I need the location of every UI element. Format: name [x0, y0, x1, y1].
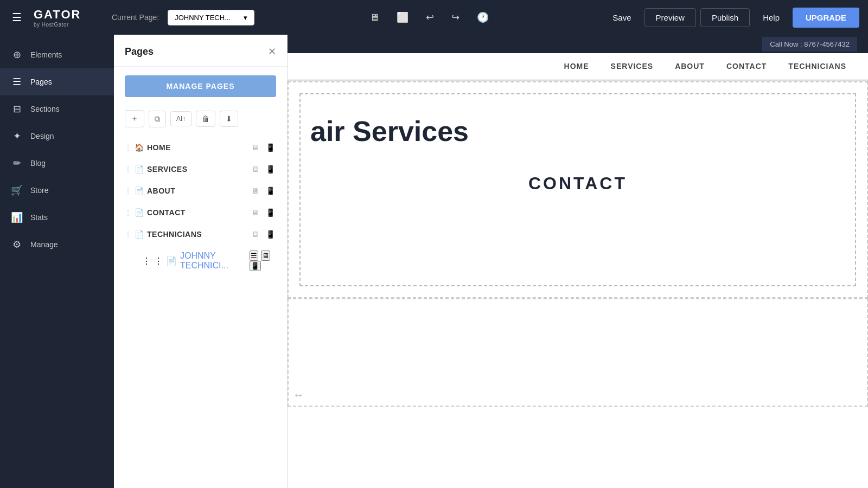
page-name-about: ABOUT — [147, 187, 247, 195]
main-area: ⊕ Elements ☰ Pages ⊟ Sections ✦ Design ✏… — [0, 35, 868, 488]
technicians-desktop-icon[interactable]: 🖥 — [251, 229, 260, 240]
publish-button[interactable]: Publish — [700, 8, 750, 27]
page-item-technicians[interactable]: ⋮ 📄 TECHNICIANS 🖥 📱 — [120, 223, 280, 245]
elements-icon: ⊕ — [11, 49, 23, 61]
site-hero-section: air Services CONTACT — [288, 81, 868, 298]
sidebar-item-manage[interactable]: ⚙ Manage — [0, 231, 114, 258]
manage-pages-button[interactable]: MANAGE PAGES — [125, 75, 276, 97]
pages-panel-close-button[interactable]: ✕ — [268, 46, 276, 57]
canvas-wrapper: Call Now : 8767-4567432 HOME SERVICES AB… — [288, 35, 868, 488]
import-icon: ⬇ — [226, 114, 232, 123]
nav-link-services[interactable]: SERVICES — [611, 62, 654, 70]
johnny-desktop-icon[interactable]: 🖥 — [261, 251, 270, 261]
page-name-home: HOME — [147, 143, 247, 152]
pages-panel-title: Pages — [125, 46, 154, 57]
redo-button[interactable]: ↪ — [447, 9, 464, 25]
call-now-badge: Call Now : 8767-4567432 — [762, 37, 857, 52]
canvas-area: Call Now : 8767-4567432 HOME SERVICES AB… — [288, 35, 868, 488]
desktop-view-button[interactable]: 🖥 — [365, 10, 384, 25]
nav-link-technicians[interactable]: TECHNICIANS — [788, 62, 846, 70]
nav-link-about[interactable]: ABOUT — [675, 62, 705, 70]
page-item-services[interactable]: ⋮ 📄 SERVICES 🖥 📱 — [120, 158, 280, 180]
drag-handle-about[interactable]: ⋮ — [125, 187, 131, 195]
manage-icon: ⚙ — [11, 239, 23, 251]
page-name-services: SERVICES — [147, 165, 247, 174]
page-list: ⋮ 🏠 HOME 🖥 📱 ⋮ 📄 SERVICES 🖥 📱 — [114, 137, 287, 488]
johnny-mobile-icon[interactable]: 📱 — [250, 261, 261, 271]
sidebar-item-elements[interactable]: ⊕ Elements — [0, 41, 114, 68]
subpage-item-johnny-row[interactable]: ⋮ ⋮ 📄 JOHNNY TECHNICI... ☰ 🖥 📱 — [136, 245, 280, 277]
home-mobile-icon[interactable]: 📱 — [265, 142, 276, 153]
sidebar-label-sections: Sections — [30, 105, 60, 113]
undo-button[interactable]: ↩ — [422, 9, 438, 25]
ai-page-button[interactable]: AI↑ — [170, 111, 192, 126]
hero-title: air Services — [310, 115, 845, 147]
duplicate-page-button[interactable]: ⧉ — [149, 111, 166, 127]
nav-link-home[interactable]: HOME — [564, 62, 589, 70]
sidebar-item-store[interactable]: 🛒 Store — [0, 177, 114, 204]
upgrade-button[interactable]: UPGRADE — [793, 8, 859, 28]
page-item-contact[interactable]: ⋮ 📄 CONTACT 🖥 📱 — [120, 202, 280, 223]
sidebar-label-elements: Elements — [30, 50, 62, 59]
help-button[interactable]: Help — [754, 9, 788, 27]
add-page-icon: ＋ — [131, 114, 138, 124]
drag-handle-services[interactable]: ⋮ — [125, 165, 131, 173]
drag-handle-contact[interactable]: ⋮ — [125, 209, 131, 216]
sidebar-label-pages: Pages — [30, 78, 52, 86]
site-nav-links: HOME SERVICES ABOUT CONTACT TECHNICIANS — [564, 62, 846, 70]
resize-handle[interactable]: ↔ — [293, 389, 304, 401]
add-page-button[interactable]: ＋ — [125, 110, 144, 127]
logo-text: GATOR — [34, 8, 81, 22]
duplicate-icon: ⧉ — [155, 114, 160, 124]
nav-link-contact[interactable]: CONTACT — [726, 62, 767, 70]
johnny-menu-icon[interactable]: ☰ — [250, 251, 258, 261]
pages-panel-header: Pages ✕ — [114, 35, 287, 67]
sidebar-item-design[interactable]: ✦ Design — [0, 123, 114, 150]
stats-icon: 📊 — [11, 211, 23, 223]
page-name-technicians: TECHNICIANS — [147, 230, 247, 239]
sidebar-item-pages[interactable]: ☰ Pages — [0, 68, 114, 95]
page-selector-dropdown[interactable]: JOHNNY TECH... ▾ — [168, 10, 254, 25]
site-nav: HOME SERVICES ABOUT CONTACT TECHNICIANS — [288, 53, 868, 80]
preview-button[interactable]: Preview — [644, 8, 696, 27]
page-selector-value: JOHNNY TECH... — [175, 14, 231, 22]
import-page-button[interactable]: ⬇ — [220, 111, 238, 127]
drag-handle-technicians[interactable]: ⋮ — [125, 230, 131, 238]
contact-overlay-label: CONTACT — [528, 174, 627, 194]
topbar-center-controls: 🖥 ⬜ ↩ ↪ 🕐 — [263, 9, 595, 25]
services-desktop-icon[interactable]: 🖥 — [251, 164, 260, 175]
about-mobile-icon[interactable]: 📱 — [265, 185, 276, 196]
page-item-about[interactable]: ⋮ 📄 ABOUT 🖥 📱 — [120, 180, 280, 202]
history-button[interactable]: 🕐 — [473, 9, 493, 25]
technicians-page-icon: 📄 — [135, 230, 144, 239]
tablet-view-button[interactable]: ⬜ — [392, 9, 413, 25]
about-desktop-icon[interactable]: 🖥 — [251, 185, 260, 196]
home-desktop-icon[interactable]: 🖥 — [251, 142, 260, 153]
drag-handle-johnny[interactable]: ⋮ — [142, 256, 151, 266]
sidebar-label-store: Store — [30, 186, 48, 195]
hamburger-button[interactable]: ☰ — [9, 8, 25, 27]
sidebar-item-stats[interactable]: 📊 Stats — [0, 204, 114, 231]
page-view-icons-home: 🖥 📱 — [251, 142, 276, 153]
topbar-right-actions: Save Preview Publish Help UPGRADE — [604, 8, 859, 28]
services-mobile-icon[interactable]: 📱 — [265, 164, 276, 175]
sidebar: ⊕ Elements ☰ Pages ⊟ Sections ✦ Design ✏… — [0, 35, 114, 488]
drag-handle-home[interactable]: ⋮ — [125, 144, 131, 151]
contact-mobile-icon[interactable]: 📱 — [265, 207, 276, 218]
page-view-icons-johnny: ☰ 🖥 📱 — [250, 251, 276, 271]
logo: GATOR by HostGator — [34, 8, 99, 28]
drag-handle-johnny2[interactable]: ⋮ — [154, 256, 163, 266]
store-icon: 🛒 — [11, 184, 23, 196]
contact-desktop-icon[interactable]: 🖥 — [251, 207, 260, 218]
sidebar-item-blog[interactable]: ✏ Blog — [0, 150, 114, 177]
page-view-icons-services: 🖥 📱 — [251, 164, 276, 175]
technicians-mobile-icon[interactable]: 📱 — [265, 229, 276, 240]
current-page-label: Current Page: — [112, 13, 159, 22]
services-page-icon: 📄 — [135, 165, 144, 174]
trash-icon: 🗑 — [202, 114, 209, 123]
page-actions-bar: ＋ ⧉ AI↑ 🗑 ⬇ — [114, 106, 287, 132]
page-item-home[interactable]: ⋮ 🏠 HOME 🖥 📱 — [120, 137, 280, 158]
save-button[interactable]: Save — [604, 9, 640, 27]
sidebar-item-sections[interactable]: ⊟ Sections — [0, 95, 114, 123]
delete-page-button[interactable]: 🗑 — [196, 111, 215, 127]
